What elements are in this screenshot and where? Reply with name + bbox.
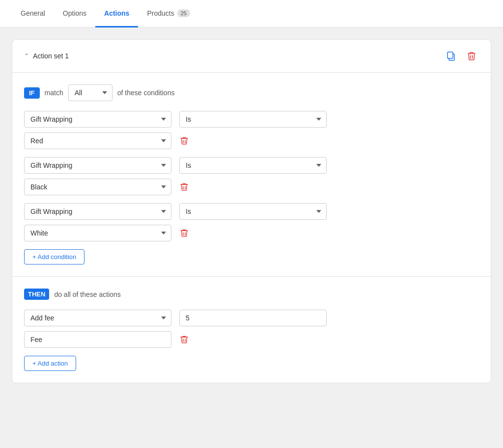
if-badge: IF	[24, 87, 40, 99]
condition-2-field-select[interactable]: Gift Wrapping Product Category Price	[24, 157, 171, 174]
condition-2-bottom-row: Red Black White	[24, 179, 479, 195]
action-set-title-text: Action set 1	[33, 52, 69, 60]
condition-2-top-row: Gift Wrapping Product Category Price Is …	[24, 157, 479, 174]
action-set-card: ⌃ Action set 1	[12, 39, 491, 383]
action-group-1: Add fee Remove fee Add discount	[24, 310, 479, 348]
of-these-conditions-label: of these conditions	[117, 89, 175, 97]
action-1-sub-input[interactable]	[24, 331, 171, 348]
tab-products[interactable]: Products 25	[138, 0, 199, 27]
then-row: THEN do all of these actions	[24, 289, 479, 300]
then-section: THEN do all of these actions Add fee Rem…	[12, 276, 491, 383]
condition-2-operator-select[interactable]: Is Is not Contains	[179, 157, 327, 174]
action-1-bottom-row	[24, 331, 479, 348]
delete-condition-1-button[interactable]	[177, 134, 191, 148]
delete-action-1-icon	[179, 335, 189, 344]
delete-icon	[466, 51, 477, 61]
action-1-top-row: Add fee Remove fee Add discount	[24, 310, 479, 326]
delete-action-1-button[interactable]	[177, 333, 191, 346]
main-content: ⌃ Action set 1	[0, 27, 503, 419]
condition-1-operator-select[interactable]: Is Is not Contains	[179, 111, 327, 128]
condition-1-top-row: Gift Wrapping Product Category Price Is …	[24, 111, 479, 128]
delete-condition-2-icon	[179, 182, 189, 192]
delete-condition-3-button[interactable]	[177, 226, 191, 240]
action-1-field-select[interactable]: Add fee Remove fee Add discount	[24, 310, 171, 326]
condition-3-bottom-row: Red Black White	[24, 225, 479, 241]
condition-1-bottom-row: Red Black White	[24, 132, 479, 149]
header-actions	[444, 49, 479, 63]
tabs-bar: General Options Actions Products 25	[0, 0, 503, 27]
bottom-save-row	[12, 383, 491, 407]
tab-general[interactable]: General	[12, 0, 54, 27]
if-match-row: IF match All Any None of these condition…	[24, 84, 479, 101]
tab-options-label: Options	[63, 9, 86, 17]
condition-3-operator-select[interactable]: Is Is not Contains	[179, 203, 327, 220]
copy-icon	[446, 51, 456, 61]
delete-condition-3-icon	[179, 228, 189, 238]
delete-condition-2-button[interactable]	[177, 180, 191, 194]
delete-action-set-button[interactable]	[464, 49, 479, 63]
page-wrapper: General Options Actions Products 25 ⌃ Ac…	[0, 0, 503, 448]
collapse-icon: ⌃	[24, 53, 29, 59]
conditions-section: IF match All Any None of these condition…	[12, 73, 491, 276]
match-label: match	[45, 89, 63, 97]
condition-1-field-select[interactable]: Gift Wrapping Product Category Price	[24, 111, 171, 128]
action-set-header: ⌃ Action set 1	[12, 40, 491, 72]
action-1-value-input[interactable]	[179, 310, 327, 326]
condition-group-3: Gift Wrapping Product Category Price Is …	[24, 203, 479, 241]
action-set-title: ⌃ Action set 1	[24, 52, 69, 60]
tab-general-label: General	[21, 9, 45, 17]
tab-options[interactable]: Options	[54, 0, 95, 27]
then-label: do all of these actions	[54, 290, 120, 298]
condition-3-top-row: Gift Wrapping Product Category Price Is …	[24, 203, 479, 220]
copy-action-set-button[interactable]	[444, 49, 458, 63]
condition-3-value-select[interactable]: Red Black White	[24, 225, 171, 241]
condition-1-value-select[interactable]: Red Black White	[24, 132, 171, 149]
svg-rect-1	[447, 52, 453, 58]
add-condition-button[interactable]: + Add condition	[24, 249, 84, 264]
tab-actions-label: Actions	[104, 9, 129, 17]
condition-group-1: Gift Wrapping Product Category Price Is …	[24, 111, 479, 149]
condition-2-value-select[interactable]: Red Black White	[24, 179, 171, 195]
tab-actions[interactable]: Actions	[95, 0, 138, 27]
then-badge: THEN	[24, 289, 49, 300]
products-badge: 25	[177, 9, 190, 17]
condition-3-field-select[interactable]: Gift Wrapping Product Category Price	[24, 203, 171, 220]
delete-condition-1-icon	[179, 136, 189, 146]
add-action-button[interactable]: + Add action	[24, 356, 76, 371]
match-select[interactable]: All Any None	[68, 84, 112, 101]
tab-products-label: Products	[147, 9, 174, 17]
condition-group-2: Gift Wrapping Product Category Price Is …	[24, 157, 479, 195]
